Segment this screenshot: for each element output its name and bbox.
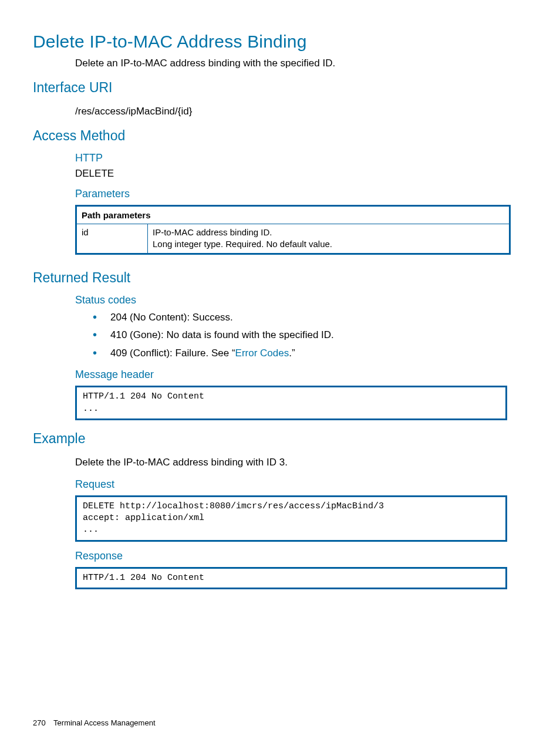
status-codes-list: 204 (No Content): Success. 410 (Gone): N… — [89, 311, 514, 361]
param-desc-line2: Long integer type. Required. No default … — [153, 239, 332, 249]
parameters-table: Path parameters id IP-to-MAC address bin… — [75, 205, 511, 255]
table-header-row: Path parameters — [76, 206, 510, 224]
footer-section: Terminal Access Management — [53, 718, 155, 727]
page-number: 270 — [33, 718, 46, 727]
response-code: HTTP/1.1 204 No Content — [75, 567, 507, 589]
page-footer: 270 Terminal Access Management — [33, 718, 156, 727]
param-desc-line1: IP-to-MAC address binding ID. — [153, 227, 272, 237]
access-method-heading: Access Method — [33, 128, 514, 144]
intro-text: Delete an IP-to-MAC address binding with… — [75, 58, 514, 69]
table-row: id IP-to-MAC address binding ID. Long in… — [76, 224, 510, 254]
message-header-code: HTTP/1.1 204 No Content ... — [75, 386, 507, 420]
returned-result-heading: Returned Result — [33, 270, 514, 286]
status-codes-heading: Status codes — [75, 294, 514, 306]
message-header-heading: Message header — [75, 369, 514, 381]
status-text-post: .” — [289, 347, 295, 359]
param-name-cell: id — [76, 224, 148, 254]
interface-uri-heading: Interface URI — [33, 80, 514, 96]
status-text-pre: 409 (Conflict): Failure. See “ — [110, 347, 235, 359]
http-heading: HTTP — [75, 152, 514, 164]
interface-uri-value: /res/access/ipMacBind/{id} — [75, 106, 514, 117]
request-code: DELETE http://localhost:8080/imcrs/res/a… — [75, 495, 507, 542]
page-title: Delete IP-to-MAC Address Binding — [33, 32, 514, 52]
param-desc-cell: IP-to-MAC address binding ID. Long integ… — [148, 224, 510, 254]
example-heading: Example — [33, 431, 514, 447]
page-container: Delete IP-to-MAC Address Binding Delete … — [0, 0, 560, 746]
list-item: 409 (Conflict): Failure. See “Error Code… — [89, 347, 514, 360]
error-codes-link[interactable]: Error Codes — [235, 347, 289, 359]
http-value: DELETE — [75, 168, 514, 180]
request-heading: Request — [75, 478, 514, 491]
list-item: 204 (No Content): Success. — [89, 311, 514, 325]
parameters-heading: Parameters — [75, 188, 514, 200]
response-heading: Response — [75, 550, 514, 562]
example-intro: Delete the IP-to-MAC address binding wit… — [75, 457, 514, 468]
list-item: 410 (Gone): No data is found with the sp… — [89, 329, 514, 342]
table-header-cell: Path parameters — [76, 206, 510, 224]
